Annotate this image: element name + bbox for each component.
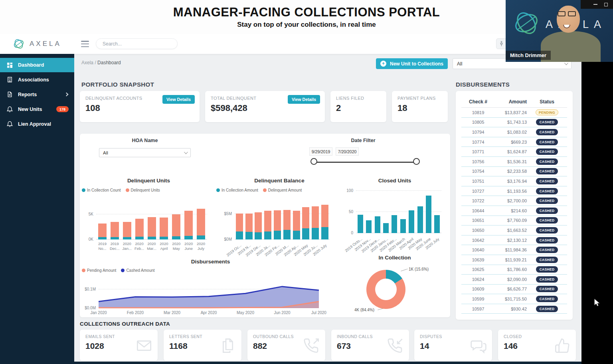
bar-segment[interactable] (417, 206, 423, 233)
bar[interactable] (383, 191, 389, 233)
date-end-input[interactable]: 7/20/2020 (336, 147, 359, 156)
bar[interactable] (392, 191, 397, 233)
legend-item[interactable]: Pending Amount (82, 268, 116, 273)
bar-segment[interactable] (135, 237, 144, 239)
bar-segment[interactable] (184, 211, 193, 236)
bar-segment[interactable] (383, 223, 389, 233)
slider-knob-end[interactable] (413, 158, 420, 165)
bar-segment[interactable] (302, 207, 309, 228)
bar-segment[interactable] (148, 237, 156, 239)
table-row[interactable]: 10774$669.23CASHED (461, 137, 567, 147)
bar[interactable] (111, 196, 119, 239)
bar[interactable] (148, 196, 156, 239)
view-details-button[interactable]: View Details (288, 95, 320, 104)
sidebar-item-new-units[interactable]: New Units 178 (0, 102, 74, 117)
bar-segment[interactable] (172, 214, 180, 236)
table-row[interactable]: 10625$1,786.60CASHED (461, 265, 567, 275)
table-row[interactable]: 10609$6,626.77CASHED (461, 285, 567, 295)
bar-segment[interactable] (274, 231, 281, 239)
restore-icon[interactable] (604, 3, 608, 6)
bar-segment[interactable] (148, 217, 156, 237)
bar-segment[interactable] (321, 227, 328, 239)
bar-segment[interactable] (245, 232, 253, 239)
sidebar-item-associations[interactable]: Associations (0, 72, 74, 87)
legend-item[interactable]: Delinquent Units (126, 188, 160, 192)
bar[interactable] (98, 196, 107, 239)
bar[interactable] (302, 196, 309, 239)
bar[interactable] (197, 196, 205, 239)
sidebar-item-dashboard[interactable]: Dashboard (0, 58, 74, 72)
table-row[interactable]: 10640$11,984.36CASHED (461, 245, 567, 255)
table-row[interactable]: 10651$7,760.09CASHED (461, 216, 567, 226)
date-start-input[interactable]: 9/29/2019 (309, 147, 332, 156)
table-row[interactable]: 10644$214.60CASHED (461, 206, 567, 216)
hoa-name-dropdown[interactable]: All (99, 148, 191, 157)
bar-segment[interactable] (123, 222, 131, 237)
bar[interactable] (321, 196, 328, 239)
bar[interactable] (400, 191, 406, 233)
bar-segment[interactable] (321, 205, 328, 227)
bar-segment[interactable] (264, 211, 271, 231)
bar-segment[interactable] (366, 220, 372, 233)
bar[interactable] (264, 196, 271, 239)
bar-segment[interactable] (98, 237, 107, 239)
bar-segment[interactable] (123, 237, 131, 239)
pin-button[interactable] (496, 38, 507, 49)
bar-segment[interactable] (293, 231, 300, 239)
minimize-icon[interactable] (593, 4, 597, 5)
bar-segment[interactable] (302, 228, 309, 239)
legend-item[interactable]: Cashed Amount (121, 268, 154, 273)
sidebar-item-reports[interactable]: Reports (0, 87, 74, 102)
bar[interactable] (283, 196, 291, 239)
table-row[interactable]: 10722$2,700.00CASHED (461, 196, 567, 206)
table-row[interactable]: 10754$2,233.58CASHED (461, 167, 567, 177)
bar-segment[interactable] (358, 215, 363, 233)
bar[interactable] (426, 191, 431, 233)
bar-segment[interactable] (111, 222, 119, 237)
bar[interactable] (123, 196, 131, 239)
bar[interactable] (236, 196, 243, 239)
bar-segment[interactable] (160, 237, 168, 239)
new-unit-to-collections-button[interactable]: + New Unit to Collections (376, 58, 448, 69)
search-input[interactable] (96, 39, 177, 49)
bar-segment[interactable] (197, 235, 205, 239)
table-row[interactable]: 10756$1,536.31CASHED (461, 157, 567, 167)
table-row[interactable]: 10727$1,193.56CASHED (461, 186, 567, 196)
bar-segment[interactable] (135, 219, 144, 237)
donut[interactable] (366, 270, 405, 309)
bar[interactable] (184, 196, 193, 239)
bar-segment[interactable] (312, 228, 319, 239)
bar[interactable] (160, 196, 168, 239)
table-row[interactable]: 10794$1,083.02CASHED (461, 127, 567, 137)
table-row[interactable]: 10819$13,837.24PENDING (461, 108, 567, 118)
view-details-button[interactable]: View Details (162, 95, 195, 104)
table-row[interactable]: 10597$930.42CASHED (461, 304, 567, 314)
bar-segment[interactable] (274, 210, 281, 231)
table-row[interactable]: 10624$2,090.00CASHED (461, 275, 567, 285)
bar-segment[interactable] (160, 218, 168, 237)
legend-item[interactable]: In Collection Amount (216, 188, 258, 192)
bar[interactable] (409, 191, 414, 233)
legend-item[interactable]: In Collection Count (82, 188, 121, 192)
bar-segment[interactable] (245, 214, 253, 232)
bar-segment[interactable] (98, 224, 107, 237)
sidebar-item-lien-approval[interactable]: Lien Approval (0, 117, 74, 131)
bar-segment[interactable] (283, 230, 291, 239)
table-row[interactable]: 10805$1,743.13CASHED (461, 118, 567, 128)
bar-segment[interactable] (409, 210, 414, 233)
bar[interactable] (375, 191, 380, 233)
bar[interactable] (293, 196, 300, 239)
bar-segment[interactable] (375, 216, 380, 233)
bar-segment[interactable] (312, 206, 319, 228)
legend-item[interactable]: Delinquent Amount (263, 188, 302, 192)
table-row[interactable]: 10599$31,715.50CASHED (461, 294, 567, 304)
table-row[interactable]: 10650$1,663.52CASHED (461, 226, 567, 235)
bar[interactable] (312, 196, 319, 239)
bar-segment[interactable] (426, 196, 431, 233)
bar[interactable] (417, 191, 423, 233)
bar-segment[interactable] (283, 210, 291, 230)
bar-segment[interactable] (434, 215, 440, 233)
bar[interactable] (366, 191, 372, 233)
table-row[interactable]: 10639$11,939.21CASHED (461, 255, 567, 265)
bar-segment[interactable] (236, 231, 243, 239)
